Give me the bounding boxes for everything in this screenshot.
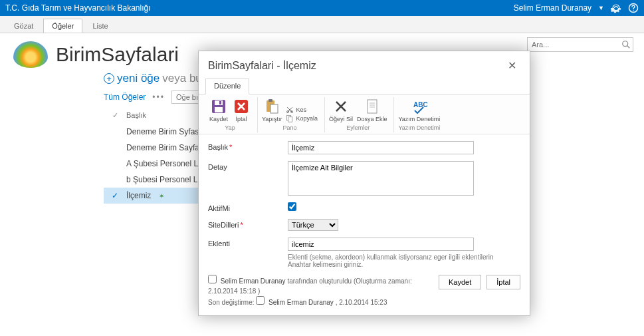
column-title[interactable]: Başlık <box>126 111 146 119</box>
dialog-tab-edit[interactable]: Düzenle <box>205 79 249 94</box>
ribbon-group-eylemler: Eylemler <box>329 124 387 131</box>
svg-rect-13 <box>270 104 278 113</box>
ribbon-delete-label: Öğeyi Sil <box>329 116 353 122</box>
suite-bar: T.C. Gıda Tarım ve Hayvancılık Bakanlığı… <box>0 0 644 16</box>
audit-created-checkbox[interactable] <box>208 275 217 283</box>
modified-by-name: Selim Erman Duranay <box>268 299 334 306</box>
site-logo[interactable] <box>13 41 48 68</box>
svg-rect-17 <box>288 117 292 122</box>
modified-label: Son değiştirme: <box>208 299 254 306</box>
modified-at: , 2.10.2014 15:23 <box>336 299 387 306</box>
ribbon-tab-list[interactable]: Liste <box>84 19 116 33</box>
svg-rect-12 <box>268 99 272 102</box>
ribbon-group-spell: Yazım Denetimi <box>398 124 440 131</box>
edit-item-dialog: BirimSayfalari - İlçemiz ✕ Düzenle Kayde… <box>198 51 530 316</box>
ribbon-delete-button[interactable]: Öğeyi Sil <box>329 98 353 122</box>
gear-icon[interactable] <box>611 3 621 13</box>
cancel-button[interactable]: İptal <box>486 275 520 289</box>
field-label-aktif: AktifMi <box>208 202 288 212</box>
audit-modified-checkbox[interactable] <box>256 296 265 305</box>
ribbon-spellcheck-button[interactable]: ABC Yazım Denetimi <box>398 98 440 122</box>
audit-info: Selim Erman Duranay tarafından oluşturul… <box>208 275 432 307</box>
ribbon-paste-button[interactable]: Yapıştır <box>262 98 282 122</box>
new-badge-icon: ✶ <box>159 192 164 200</box>
sitedilleri-select[interactable]: Türkçe <box>288 219 338 231</box>
new-item-rest: veya bu <box>162 72 202 85</box>
page-ribbon: Gözat Öğeler Liste <box>0 16 644 33</box>
search-box <box>527 37 633 52</box>
dialog-title: BirimSayfalari - İlçemiz <box>208 60 316 72</box>
ribbon-copy-label: Kopyala <box>296 115 318 122</box>
ribbon-group-yap: Yap <box>209 124 251 131</box>
ribbon-copy-button[interactable]: Kopyala <box>286 114 318 122</box>
ribbon-cancel-button[interactable]: İptal <box>232 98 251 122</box>
svg-rect-9 <box>219 101 221 104</box>
save-button[interactable]: Kaydet <box>439 275 481 289</box>
svg-point-3 <box>633 10 634 11</box>
ribbon-cancel-label: İptal <box>236 116 247 122</box>
search-input[interactable] <box>527 37 633 52</box>
close-icon[interactable]: ✕ <box>504 58 520 73</box>
ribbon-save-label: Kaydet <box>209 116 228 122</box>
suite-title: T.C. Gıda Tarım ve Hayvancılık Bakanlığı <box>5 3 151 13</box>
ribbon-attach-label: Dosya Ekle <box>357 116 387 122</box>
baslik-input[interactable] <box>288 141 474 154</box>
ribbon-paste-label: Yapıştır <box>262 116 282 122</box>
ribbon-cut-label: Kes <box>296 106 306 113</box>
svg-point-4 <box>623 41 628 47</box>
plus-icon: + <box>104 73 114 84</box>
view-more-icon[interactable]: ••• <box>152 92 165 102</box>
search-icon[interactable] <box>621 40 631 49</box>
ribbon-tab-browse[interactable]: Gözat <box>5 19 42 33</box>
row-check[interactable] <box>110 127 120 136</box>
field-label-sitedilleri: SiteDilleri* <box>208 219 288 229</box>
ribbon-cut-button[interactable]: Kes <box>286 106 306 114</box>
row-check[interactable] <box>110 159 120 168</box>
row-check[interactable] <box>110 143 120 152</box>
svg-line-5 <box>627 46 630 49</box>
field-label-detay: Detay <box>208 161 288 171</box>
chevron-down-icon[interactable]: ▼ <box>598 5 604 11</box>
svg-point-1 <box>615 7 617 9</box>
svg-text:ABC: ABC <box>413 101 427 108</box>
svg-rect-7 <box>215 100 223 105</box>
row-check[interactable] <box>110 175 120 184</box>
field-label-eklenti: Eklenti <box>208 238 288 248</box>
row-check[interactable]: ✓ <box>110 191 120 200</box>
ribbon-spellcheck-label: Yazım Denetimi <box>398 116 440 122</box>
aktif-checkbox[interactable] <box>288 202 296 211</box>
dialog-ribbon: Kaydet İptal Yap Yapıştır Kes <box>199 94 530 134</box>
eklenti-input[interactable] <box>288 238 474 251</box>
help-icon[interactable] <box>628 3 639 13</box>
ribbon-save-button[interactable]: Kaydet <box>209 98 228 122</box>
view-allitems[interactable]: Tüm Öğeler <box>104 92 146 102</box>
new-item-label: yeni öğe <box>117 72 160 85</box>
checkmark-icon[interactable]: ✓ <box>110 110 120 120</box>
row-label: Deneme Birim Syfası <box>126 127 201 136</box>
svg-rect-18 <box>368 100 377 113</box>
ribbon-attach-button[interactable]: Dosya Ekle <box>357 98 387 122</box>
created-by-name: Selim Erman Duranay <box>221 277 286 285</box>
page-title: BirimSayfalari <box>56 43 179 66</box>
detay-textarea[interactable] <box>288 161 474 196</box>
eklenti-help-text: Eklenti (sekme, akordeon) kullanmak isti… <box>288 253 500 268</box>
ribbon-group-pano: Pano <box>262 124 318 131</box>
user-menu[interactable]: Selim Erman Duranay <box>514 3 591 13</box>
svg-rect-8 <box>215 107 223 112</box>
field-label-baslik: Başlık* <box>208 141 288 151</box>
row-label: İlçemiz <box>126 191 151 200</box>
ribbon-tab-items[interactable]: Öğeler <box>43 19 82 33</box>
